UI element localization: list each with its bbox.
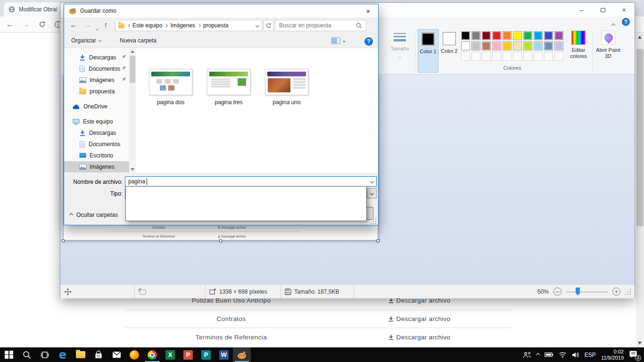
file-item[interactable]: pagina uno [264, 69, 309, 106]
palette-swatch[interactable] [534, 41, 543, 50]
palette-swatch-empty[interactable] [461, 52, 470, 61]
wifi-icon[interactable] [559, 352, 567, 358]
palette-swatch-empty[interactable] [471, 52, 480, 61]
palette-swatch[interactable] [513, 41, 522, 50]
canvas-resize-handle[interactable] [62, 239, 65, 242]
taskbar-mail-button[interactable] [107, 347, 125, 362]
edit-colors-button[interactable]: Editar colores [566, 29, 591, 59]
browser-reload-button[interactable] [36, 18, 48, 31]
sidebar-item-propuesta[interactable]: propuesta [64, 86, 129, 97]
taskbar-store-button[interactable] [90, 347, 107, 362]
new-folder-button[interactable]: Nueva carpeta [120, 37, 157, 44]
view-mode-button[interactable] [331, 37, 345, 44]
filetype-dropdown-button[interactable] [367, 189, 376, 198]
palette-swatch[interactable] [471, 31, 480, 40]
palette-swatch[interactable] [523, 41, 532, 50]
palette-swatch[interactable] [544, 41, 553, 50]
palette-swatch[interactable] [554, 31, 563, 40]
sidebar-item-imagenes[interactable]: Imágenes [64, 74, 129, 86]
palette-swatch[interactable] [492, 41, 501, 50]
sidebar-item-este-equipo[interactable]: Este equipo [64, 116, 129, 127]
palette-swatch-empty[interactable] [523, 52, 532, 61]
scroll-up-arrow[interactable] [131, 50, 134, 53]
minimize-button[interactable]: – [571, 3, 592, 17]
scrollbar-thumb[interactable] [130, 56, 135, 83]
taskbar-file-explorer-button[interactable] [72, 347, 90, 362]
scroll-down-arrow[interactable] [131, 168, 134, 171]
taskbar-edge-button[interactable]: e [54, 347, 72, 362]
palette-swatch[interactable] [492, 31, 501, 40]
search-input[interactable]: Buscar en propuesta [275, 20, 366, 31]
organize-button[interactable]: Organizar [71, 37, 101, 44]
sidebar-item-escritorio[interactable]: Escritorio [64, 150, 129, 161]
sidebar-item-documentos[interactable]: Documentos [64, 63, 129, 74]
zoom-out-button[interactable]: – [553, 288, 561, 296]
open-paint3d-button[interactable]: Abrir Paint 3D [595, 29, 621, 59]
breadcrumb-item[interactable]: Imágenes [170, 22, 195, 29]
refresh-button[interactable] [264, 20, 273, 31]
palette-swatch-empty[interactable] [492, 52, 501, 61]
zoom-in-button[interactable]: + [612, 288, 620, 296]
dialog-close-button[interactable]: × [358, 4, 378, 17]
start-button[interactable] [0, 347, 18, 362]
language-indicator[interactable]: ESP [585, 352, 596, 358]
taskbar-powerpoint-button[interactable]: P [179, 347, 197, 362]
file-item[interactable]: pagina tres [206, 69, 251, 106]
palette-swatch[interactable] [523, 31, 532, 40]
breadcrumb-dropdown-icon[interactable] [256, 24, 259, 27]
help-button[interactable]: ? [364, 37, 373, 46]
scroll-down-arrow[interactable] [638, 342, 642, 345]
palette-swatch[interactable] [554, 41, 563, 50]
download-link[interactable]: Descargar archivo [388, 310, 451, 328]
sidebar-item-onedrive[interactable]: OneDrive [64, 101, 129, 112]
palette-swatch[interactable] [482, 41, 491, 50]
nav-back-button[interactable]: ← [70, 21, 77, 29]
canvas-resize-handle[interactable] [219, 239, 222, 242]
sidebar-item-imagenes-2[interactable]: Imágenes [64, 161, 129, 173]
breadcrumb-item[interactable]: Este equipo [132, 22, 162, 29]
address-breadcrumb[interactable]: Este equipo Imágenes propuesta [115, 20, 262, 31]
volume-icon[interactable] [572, 352, 579, 358]
sidebar-item-descargas-2[interactable]: Descargas [64, 127, 129, 139]
notification-center-button[interactable]: 2 [629, 350, 639, 360]
palette-swatch-empty[interactable] [544, 52, 553, 61]
color1-button[interactable]: Color 1 [418, 29, 438, 73]
palette-swatch[interactable] [461, 41, 470, 50]
color2-button[interactable]: Color 2 [439, 29, 459, 73]
palette-swatch-empty[interactable] [554, 52, 563, 61]
help-button[interactable]: ? [622, 18, 630, 26]
taskbar-excel-button[interactable]: X [161, 347, 179, 362]
sidebar-item-descargas[interactable]: Descargas [64, 52, 129, 63]
taskbar-search-button[interactable] [18, 347, 36, 362]
nav-up-button[interactable]: ↑ [104, 21, 107, 29]
scroll-up-arrow[interactable] [638, 36, 642, 39]
task-view-button[interactable] [36, 347, 54, 362]
close-button[interactable]: × [613, 3, 635, 17]
tray-expand-icon[interactable] [536, 353, 540, 356]
breadcrumb-item[interactable]: propuesta [203, 22, 228, 29]
nav-history-icon[interactable] [96, 24, 98, 32]
browser-forward-button[interactable]: → [20, 18, 32, 31]
palette-swatch[interactable] [471, 41, 480, 50]
dialog-titlebar[interactable]: Guardar como × [64, 4, 378, 17]
battery-icon[interactable] [545, 352, 553, 357]
taskbar-chrome-button[interactable] [143, 347, 161, 362]
palette-swatch[interactable] [503, 41, 512, 50]
nav-forward-button[interactable]: → [84, 21, 91, 29]
taskbar-clock[interactable]: 0:02 11/9/2019 [601, 349, 624, 361]
size-button[interactable]: Tamaño [388, 30, 412, 60]
scrollbar-thumb[interactable] [636, 49, 644, 226]
download-link[interactable]: Descargar archivo [388, 328, 451, 346]
sidebar-scrollbar[interactable] [129, 48, 136, 173]
filename-autocomplete-dropdown[interactable] [125, 186, 367, 221]
taskbar-word-button[interactable]: W [215, 347, 233, 362]
browser-scrollbar[interactable] [636, 33, 644, 347]
palette-swatch[interactable] [503, 31, 512, 40]
maximize-button[interactable] [592, 3, 613, 17]
taskbar-firefox-button[interactable] [125, 347, 143, 362]
palette-swatch[interactable] [534, 31, 543, 40]
zoom-slider[interactable] [566, 288, 608, 296]
sidebar-item-documentos-2[interactable]: Documentos [64, 139, 129, 150]
filename-dropdown-icon[interactable] [370, 180, 374, 183]
filename-input[interactable]: pagina [125, 176, 377, 187]
